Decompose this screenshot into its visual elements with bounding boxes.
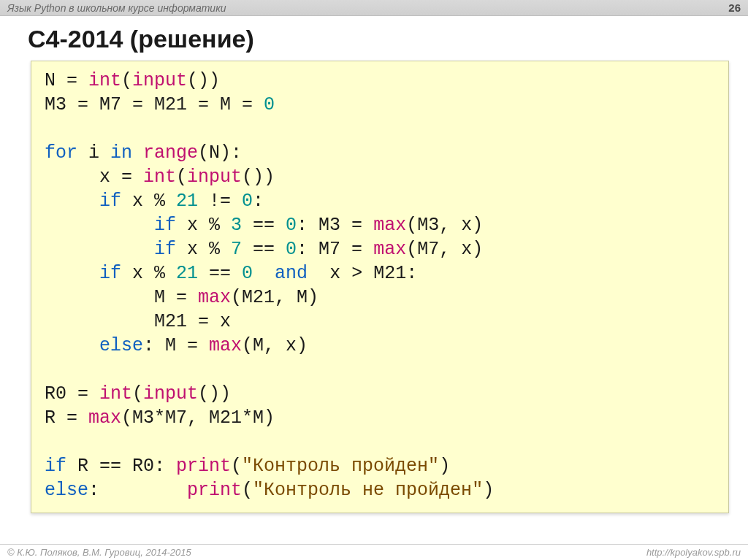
topbar: Язык Python в школьном курсе информатики… (0, 0, 748, 16)
slide-title: C4-2014 (решение) (0, 16, 748, 61)
source-url: http://kpolyakov.spb.ru (646, 547, 741, 558)
lecture-title: Язык Python в школьном курсе информатики (7, 2, 226, 14)
copyright: © К.Ю. Поляков, В.М. Гуровиц, 2014-2015 (7, 547, 191, 558)
footer: © К.Ю. Поляков, В.М. Гуровиц, 2014-2015 … (0, 544, 748, 560)
code-box: N = int(input()) M3 = M7 = M21 = M = 0 f… (31, 61, 729, 513)
slide: Язык Python в школьном курсе информатики… (0, 0, 748, 560)
code-listing: N = int(input()) M3 = M7 = M21 = M = 0 f… (45, 69, 715, 502)
page-number: 26 (728, 1, 741, 14)
